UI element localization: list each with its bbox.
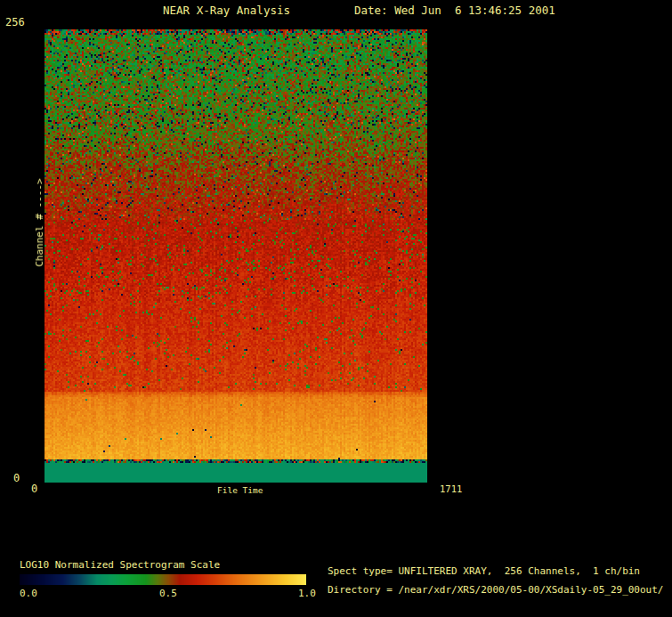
colorbar-tick-max: 1.0 bbox=[298, 589, 316, 599]
colorbar-tick-min: 0.0 bbox=[20, 589, 37, 599]
x-axis-min-label: 0 bbox=[31, 483, 37, 495]
x-axis-max-label: 1711 bbox=[440, 484, 462, 495]
y-axis-min-label: 0 bbox=[13, 473, 20, 484]
y-axis-max-label: 256 bbox=[5, 17, 25, 28]
xray-analysis-window: NEAR X-Ray Analysis Date: Wed Jun 6 13:4… bbox=[0, 0, 672, 617]
spectrogram-image bbox=[45, 29, 427, 483]
colorbar-tick-mid: 0.5 bbox=[159, 589, 177, 599]
y-axis-title: Channel # ----> bbox=[35, 178, 45, 266]
colorbar-gradient bbox=[20, 574, 306, 585]
colorbar-title: LOG10 Normalized Spectrogram Scale bbox=[20, 560, 220, 571]
x-axis-title: File Time bbox=[217, 486, 263, 495]
page-title: NEAR X-Ray Analysis bbox=[163, 4, 290, 17]
directory-info: Directory = /near/xdr/XRS/2000/05-00/XSd… bbox=[328, 585, 664, 596]
spect-type-info: Spect type= UNFILTERED XRAY, 256 Channel… bbox=[328, 566, 640, 577]
date-label: Date: Wed Jun 6 13:46:25 2001 bbox=[354, 4, 555, 17]
